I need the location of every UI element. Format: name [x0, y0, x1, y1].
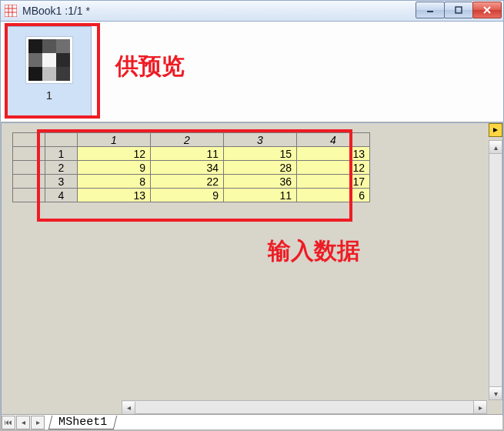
cell[interactable]: 8 [78, 175, 151, 189]
cell[interactable]: 36 [224, 175, 297, 189]
thumbnail-image [25, 36, 73, 84]
sheet-tab-bar: ⏮ ◂ ▸ MSheet1 [2, 414, 502, 429]
scroll-left-icon[interactable]: ◂ [122, 402, 135, 414]
annotation-label-preview: 供预览 [115, 51, 185, 82]
scroll-up-icon[interactable]: ▴ [489, 141, 502, 154]
tab-nav-next-icon[interactable]: ▸ [31, 416, 45, 429]
cell[interactable]: 6 [297, 189, 370, 202]
cell[interactable]: 17 [297, 175, 370, 189]
cell[interactable]: 13 [78, 189, 151, 202]
window-buttons [416, 2, 502, 18]
data-selector-icon[interactable] [489, 123, 502, 137]
svg-rect-0 [5, 5, 17, 17]
row-header[interactable]: 4 [45, 189, 78, 202]
preview-thumbnail[interactable]: 1 [7, 26, 92, 117]
grid-stub [13, 189, 45, 202]
cell[interactable]: 11 [224, 189, 297, 202]
window-title: MBook1 :1/1 * [22, 5, 90, 17]
cell[interactable]: 15 [224, 147, 297, 161]
annotation-label-data: 输入数据 [268, 236, 360, 267]
horizontal-scrollbar[interactable]: ◂ ▸ [122, 400, 487, 414]
grid-stub [13, 147, 45, 161]
col-header[interactable]: 3 [224, 133, 297, 147]
grid-stub [13, 161, 45, 175]
sheet-tab-label: MSheet1 [58, 416, 107, 429]
vertical-scrollbar[interactable]: ▴ ▾ [489, 140, 502, 400]
grid-stub [13, 175, 45, 189]
cell[interactable]: 9 [78, 161, 151, 175]
col-header[interactable]: 4 [297, 133, 370, 147]
minimize-button[interactable] [416, 2, 445, 18]
sheet-tab-active[interactable]: MSheet1 [48, 416, 118, 429]
cell[interactable]: 28 [224, 161, 297, 175]
scroll-right-icon[interactable]: ▸ [473, 401, 486, 413]
cell[interactable]: 12 [78, 147, 151, 161]
grid-corner[interactable] [45, 133, 78, 147]
cell[interactable]: 12 [297, 161, 370, 175]
matrix-sheet: 1 2 3 4 1 12 11 15 13 2 9 34 28 12 3 8 2… [1, 122, 503, 416]
preview-strip: 1 [0, 22, 504, 122]
tab-nav-first-icon[interactable]: ⏮ [2, 416, 15, 429]
cell[interactable]: 13 [297, 147, 370, 161]
data-grid[interactable]: 1 2 3 4 1 12 11 15 13 2 9 34 28 12 3 8 2… [12, 132, 370, 202]
matrix-book-icon [4, 4, 18, 18]
row-header[interactable]: 3 [45, 175, 78, 189]
col-header[interactable]: 1 [78, 133, 151, 147]
thumbnail-label: 1 [8, 89, 91, 102]
svg-marker-9 [493, 128, 498, 132]
titlebar[interactable]: MBook1 :1/1 * [0, 0, 504, 22]
cell[interactable]: 22 [151, 175, 224, 189]
tab-nav-prev-icon[interactable]: ◂ [16, 416, 30, 429]
row-header[interactable]: 2 [45, 161, 78, 175]
row-header[interactable]: 1 [45, 147, 78, 161]
svg-rect-6 [456, 7, 462, 13]
col-header[interactable]: 2 [151, 133, 224, 147]
cell[interactable]: 9 [151, 189, 224, 202]
maximize-button[interactable] [444, 2, 473, 18]
scroll-down-icon[interactable]: ▾ [489, 386, 502, 399]
cell[interactable]: 11 [151, 147, 224, 161]
close-button[interactable] [472, 2, 502, 18]
cell[interactable]: 34 [151, 161, 224, 175]
grid-corner-stub [13, 133, 45, 147]
